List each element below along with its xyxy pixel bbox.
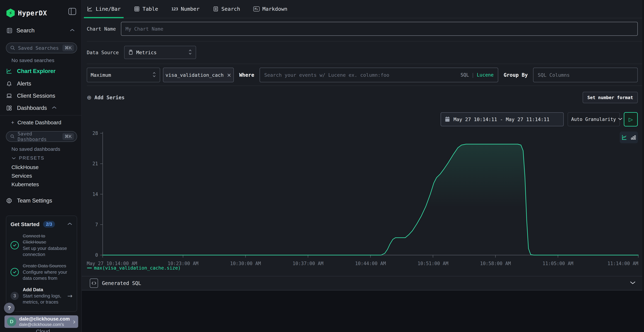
tab-label: Table [142,6,158,12]
scrollbar-gutter [642,0,644,291]
tab-line-bar[interactable]: Line/Bar [87,0,121,18]
database-icon [128,50,134,55]
sidebar: ⚡ HyperDX Search Saved Searches ⌘K No sa… [0,0,82,332]
svg-text:10:51:00 AM: 10:51:00 AM [418,261,448,266]
tab-label: Search [222,6,240,12]
svg-text:10:44:00 AM: 10:44:00 AM [355,261,386,266]
svg-text:10:30:00 AM: 10:30:00 AM [230,261,261,266]
generated-sql-toggle[interactable]: Generated SQL [82,276,644,290]
add-series-button[interactable]: ⊕ Add Series [87,94,124,101]
sidebar-section-search[interactable]: Search [6,27,75,34]
get-started-progress-badge: 2/3 [43,221,55,228]
events-search-placeholder: Search your events w/ Lucene ex. column:… [264,72,458,78]
data-source-row: Data Source Metrics [87,46,638,59]
get-started-item-add-data[interactable]: 3 Add Data Start sending logs, metrics, … [10,286,72,305]
tab-table[interactable]: Table [134,0,158,18]
sidebar-item-team-settings[interactable]: Team Settings [6,198,76,204]
layout-grid-icon [6,105,12,111]
tab-markdown[interactable]: M↓ Markdown [253,0,287,18]
aggregation-value: Maximum [91,72,111,78]
select-chevrons-icon [188,49,192,56]
get-started-item-datasources[interactable]: Create Data Sources Configure where your… [10,263,72,281]
metric-field-tag[interactable]: visa_validation_cach × [163,68,234,82]
check-circle-icon [10,268,19,276]
bell-icon [6,80,12,87]
preset-clickhouse[interactable]: ClickHouse [12,164,39,170]
collapse-sidebar-icon[interactable] [68,8,76,16]
get-started-item-connect[interactable]: Connect to ClickHouse Set up your databa… [10,233,72,258]
get-started-item-title: Create Data Sources [23,263,66,268]
get-started-item-subtitle: Start sending logs, metrics, or traces [23,293,61,305]
chart-name-input[interactable] [121,22,638,36]
page-bottom-area [82,291,644,332]
chevron-up-icon[interactable] [67,222,72,226]
lucene-mode-button[interactable]: Lucene [477,72,494,78]
sidebar-item-dashboards[interactable]: Dashboards [6,105,76,111]
select-chevrons-icon [152,72,156,78]
data-source-value: Metrics [136,50,157,55]
tab-number[interactable]: 123 Number [172,0,200,18]
sql-mode-button[interactable]: SQL [461,72,469,78]
series-row: Maximum visa_validation_cach × Where Sea… [87,68,638,82]
chevron-up-icon [52,106,57,110]
sidebar-item-label: Chart Explorer [17,68,56,74]
remove-metric-icon[interactable]: × [227,72,231,78]
events-search-input[interactable]: Search your events w/ Lucene ex. column:… [260,68,498,82]
create-dashboard-label: Create Dashboard [18,120,61,126]
svg-text:11:05:00 AM: 11:05:00 AM [542,261,573,266]
line-chart-icon [87,6,93,12]
sidebar-item-alerts[interactable]: Alerts [6,80,76,87]
sidebar-item-chart-explorer[interactable]: Chart Explorer [6,68,76,74]
saved-dashboards-input[interactable]: Saved Dashboards ⌘K [6,131,77,142]
create-dashboard-button[interactable]: + Create Dashboard [11,120,61,126]
code-icon [90,278,98,288]
svg-text:10:37:00 AM: 10:37:00 AM [293,261,324,266]
preset-services[interactable]: Services [12,173,32,179]
get-started-card: Get Started 2/3 Connect to ClickHouse Se… [6,216,77,312]
list-icon [213,6,218,12]
sidebar-divider [0,115,82,116]
sidebar-section-search-label: Search [16,27,34,34]
search-icon [10,134,15,139]
plus-icon: + [11,120,14,126]
line-chart-icon [6,68,12,74]
presets-label: PRESETS [19,155,44,161]
laptop-icon [6,93,12,99]
data-source-select[interactable]: Metrics [124,46,196,59]
chevron-down-icon [630,281,636,286]
presets-toggle[interactable]: PRESETS [12,155,44,161]
gear-icon [6,198,12,204]
svg-text:11:14:00 AM: 11:14:00 AM [608,261,638,266]
set-number-format-button[interactable]: Set number format [583,92,638,103]
group-by-placeholder: SQL Columns [538,72,570,78]
where-label: Where [239,72,254,78]
sidebar-item-client-sessions[interactable]: Client Sessions [6,93,76,99]
search-icon [10,46,15,50]
table-icon [134,6,140,12]
add-series-label: Add Series [94,95,125,100]
profile-name: dale@clickhouse.com [19,316,70,322]
aggregation-select[interactable]: Maximum [87,68,160,82]
saved-searches-input[interactable]: Saved Searches ⌘K [6,42,77,53]
saved-dashboards-placeholder: Saved Dashboards [18,131,60,142]
svg-text:14: 14 [92,192,98,197]
profile-menu[interactable]: D dale@clickhouse.com dale@clickhouse.co… [4,315,78,328]
circle-plus-icon: ⊕ [87,94,92,101]
get-started-item-title: Add Data [23,287,43,292]
group-by-label: Group By [504,72,528,78]
preset-kubernetes[interactable]: Kubernetes [12,182,39,188]
hyperdx-logo-icon: ⚡ [6,8,15,18]
no-saved-searches-text: No saved searches [12,58,54,63]
tab-search[interactable]: Search [213,0,240,18]
saved-searches-shortcut: ⌘K [62,44,74,51]
svg-text:10:58:00 AM: 10:58:00 AM [480,261,511,266]
markdown-icon: M↓ [253,6,260,12]
divider [87,86,644,86]
group-by-input[interactable]: SQL Columns [533,68,638,82]
clipped-menu-text: Cloud [27,328,59,332]
help-button[interactable]: ? [4,303,15,314]
svg-text:0: 0 [95,252,98,258]
no-saved-dashboards-text: No saved dashboards [12,146,60,152]
chart-canvas: 07142128May 27 10:14:00 AM10:23:00 AM10:… [82,107,644,274]
get-started-title: Get Started [10,221,40,227]
